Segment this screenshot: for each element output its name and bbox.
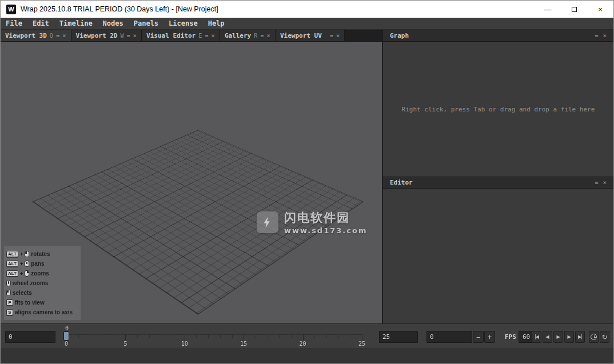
- plus-sign: +: [20, 251, 23, 257]
- editor-panel-header[interactable]: Editor ≡ ×: [383, 177, 613, 189]
- help-row: F fits to view: [6, 298, 78, 307]
- hamburger-icon[interactable]: ≡: [595, 179, 598, 186]
- step-forward-button[interactable]: [564, 331, 574, 343]
- clock-icon: [591, 334, 597, 340]
- help-row: S aligns camera to axis: [6, 307, 78, 317]
- step-group: − +: [426, 331, 495, 343]
- hamburger-icon[interactable]: ≡: [330, 33, 333, 39]
- close-icon[interactable]: ×: [266, 32, 270, 39]
- tick-label: 25: [358, 341, 365, 347]
- decrement-button[interactable]: −: [473, 331, 484, 343]
- menu-timeline[interactable]: Timeline: [54, 19, 98, 27]
- tab-label: Visual Editor: [146, 32, 196, 39]
- menu-panels[interactable]: Panels: [129, 19, 164, 27]
- play-button[interactable]: [553, 331, 563, 343]
- hamburger-icon[interactable]: ≡: [126, 33, 130, 39]
- close-icon[interactable]: ×: [211, 32, 215, 39]
- status-bar: [1, 349, 613, 363]
- current-frame-input[interactable]: [5, 331, 55, 343]
- help-label: aligns camera to axis: [15, 309, 73, 315]
- help-label: rotates: [31, 251, 50, 257]
- tab-label: Viewport 3D: [5, 32, 47, 39]
- timeline-ruler[interactable]: 0 0 5 10 15 20 25: [63, 324, 368, 349]
- tab-label: Viewport UV: [280, 32, 322, 39]
- window-controls: — ×: [535, 1, 613, 18]
- fps-label: FPS: [505, 333, 516, 341]
- editor-panel: [383, 189, 613, 323]
- graph-panel[interactable]: Right click, press Tab or drag and drop …: [383, 42, 613, 177]
- mouse-middle-icon: [25, 261, 29, 267]
- mouse-right-icon: [25, 270, 29, 277]
- viewport-help-overlay: ALT + rotates ALT + pans ALT +: [4, 246, 81, 320]
- tab-shortcut: E: [198, 33, 202, 39]
- f-key-badge: F: [6, 299, 13, 306]
- help-row: ALT + pans: [6, 259, 78, 269]
- close-icon[interactable]: ×: [133, 32, 137, 39]
- wrap-window: W Wrap 2025.10.8 TRIAL PERIOD (30 Days L…: [0, 0, 614, 364]
- realtime-button[interactable]: [589, 331, 599, 343]
- left-tabbar: Viewport 3D Q ≡ × Viewport 2D W ≡ × Visu…: [1, 30, 382, 42]
- maximize-button[interactable]: [561, 1, 587, 18]
- close-icon[interactable]: ×: [603, 179, 607, 186]
- plus-sign: +: [20, 271, 23, 277]
- skip-to-end-button[interactable]: [575, 331, 585, 343]
- tick-label: 5: [123, 341, 127, 347]
- skip-to-start-button[interactable]: [532, 331, 541, 343]
- mouse-left-icon: [6, 290, 11, 296]
- alt-key-badge: ALT: [6, 261, 18, 267]
- workspace: Viewport 3D Q ≡ × Viewport 2D W ≡ × Visu…: [1, 30, 613, 323]
- watermark-text: 闪电软件园 www.sd173.com: [284, 210, 367, 235]
- menu-file[interactable]: File: [1, 19, 27, 27]
- hamburger-icon[interactable]: ≡: [205, 33, 208, 39]
- tab-viewport-3d[interactable]: Viewport 3D Q ≡ ×: [1, 30, 71, 41]
- titlebar: W Wrap 2025.10.8 TRIAL PERIOD (30 Days L…: [1, 1, 613, 18]
- tab-viewport-uv[interactable]: Viewport UV ≡ ×: [276, 30, 345, 41]
- menu-help[interactable]: Help: [203, 19, 230, 27]
- maximize-icon: [572, 7, 577, 12]
- panel-header-icons: ≡ ×: [595, 32, 607, 39]
- help-label: selects: [13, 290, 32, 296]
- help-label: fits to view: [15, 299, 45, 306]
- step-back-button[interactable]: [543, 331, 552, 343]
- lightning-bolt-icon: [257, 211, 278, 233]
- minimize-button[interactable]: —: [535, 1, 561, 18]
- editor-panel-title: Editor: [390, 179, 413, 186]
- increment-button[interactable]: +: [484, 331, 495, 343]
- tab-shortcut: R: [254, 33, 257, 39]
- viewport-3d[interactable]: 闪电软件园 www.sd173.com ALT + rotates ALT +: [1, 42, 382, 323]
- ruler-major-ticks: [66, 334, 362, 340]
- menu-nodes[interactable]: Nodes: [98, 19, 129, 27]
- timeline-handle[interactable]: [63, 331, 69, 341]
- transport-controls: [532, 331, 609, 343]
- tab-label: Viewport 2D: [76, 32, 118, 39]
- timeline-bar: 0 0 5 10 15 20 25 − + FPS: [1, 323, 613, 349]
- tab-gallery[interactable]: Gallery R ≡ ×: [220, 30, 276, 41]
- menu-license[interactable]: License: [164, 19, 203, 27]
- step-input[interactable]: [426, 331, 472, 343]
- close-icon[interactable]: ×: [62, 32, 66, 39]
- tab-viewport-2d[interactable]: Viewport 2D W ≡ ×: [71, 30, 142, 41]
- playhead-label: 0: [63, 325, 70, 331]
- window-title: Wrap 2025.10.8 TRIAL PERIOD (30 Days Lef…: [21, 5, 535, 13]
- tick-label: 10: [181, 341, 188, 347]
- graph-panel-header[interactable]: Graph ≡ ×: [383, 30, 613, 42]
- help-label: wheel zooms: [13, 280, 48, 286]
- end-frame-input[interactable]: [379, 331, 418, 343]
- close-button[interactable]: ×: [587, 1, 613, 18]
- loop-button[interactable]: [600, 331, 609, 343]
- hamburger-icon[interactable]: ≡: [56, 33, 59, 39]
- close-icon[interactable]: ×: [603, 32, 607, 39]
- menubar: File Edit Timeline Nodes Panels License …: [1, 18, 613, 30]
- close-icon[interactable]: ×: [336, 32, 340, 39]
- menu-edit[interactable]: Edit: [27, 19, 54, 27]
- watermark-url: www.sd173.com: [284, 226, 367, 235]
- help-row: ALT + zooms: [6, 269, 78, 278]
- hamburger-icon[interactable]: ≡: [260, 33, 264, 39]
- tab-visual-editor[interactable]: Visual Editor E ≡ ×: [142, 30, 220, 41]
- alt-key-badge: ALT: [6, 251, 18, 257]
- tick-label: 20: [300, 341, 306, 347]
- tab-label: Gallery: [225, 32, 251, 39]
- panel-header-icons: ≡ ×: [595, 179, 607, 186]
- help-row: wheel zooms: [6, 278, 78, 288]
- hamburger-icon[interactable]: ≡: [595, 33, 598, 39]
